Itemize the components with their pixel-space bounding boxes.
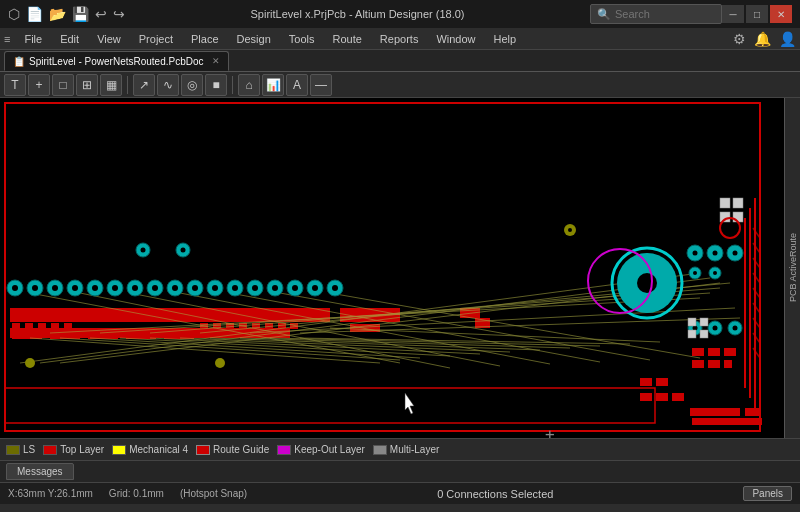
tool-text[interactable]: T: [4, 74, 26, 96]
window-controls[interactable]: ─ □ ✕: [722, 5, 792, 23]
svg-point-80: [192, 285, 198, 291]
pcb-main-area[interactable]: + PCB ActiveRoute: [0, 98, 800, 438]
connections-display: 0 Connections Selected: [437, 488, 553, 500]
svg-point-84: [272, 285, 278, 291]
layer-route-guide[interactable]: Route Guide: [196, 444, 269, 455]
top-label: Top Layer: [60, 444, 104, 455]
save-icon[interactable]: 💾: [72, 6, 89, 22]
layer-multi[interactable]: Multi-Layer: [373, 444, 439, 455]
search-input[interactable]: [615, 8, 715, 20]
user-icon[interactable]: 👤: [779, 31, 796, 47]
menu-help[interactable]: Help: [486, 31, 525, 47]
svg-rect-113: [700, 318, 708, 326]
new-icon[interactable]: 📄: [26, 6, 43, 22]
multi-label: Multi-Layer: [390, 444, 439, 455]
redo-icon[interactable]: ↪: [113, 6, 125, 22]
menu-tools[interactable]: Tools: [281, 31, 323, 47]
menu-reports[interactable]: Reports: [372, 31, 427, 47]
menu-place[interactable]: Place: [183, 31, 227, 47]
menu-route[interactable]: Route: [325, 31, 370, 47]
svg-point-85: [292, 285, 298, 291]
svg-rect-115: [700, 330, 708, 338]
menu-design[interactable]: Design: [229, 31, 279, 47]
maximize-button[interactable]: □: [746, 5, 768, 23]
hotspot-display: (Hotspot Snap): [180, 488, 247, 499]
svg-rect-14: [12, 333, 42, 339]
undo-icon[interactable]: ↩: [95, 6, 107, 22]
tool-route[interactable]: ↗: [133, 74, 155, 96]
svg-rect-120: [708, 360, 720, 368]
tool-arc[interactable]: ∿: [157, 74, 179, 96]
svg-rect-3: [10, 308, 330, 322]
menu-file[interactable]: File: [16, 31, 50, 47]
svg-point-73: [52, 285, 58, 291]
svg-rect-114: [688, 330, 696, 338]
tool-component[interactable]: ⌂: [238, 74, 260, 96]
svg-point-110: [713, 326, 718, 331]
svg-rect-116: [692, 348, 704, 356]
svg-point-108: [713, 271, 717, 275]
layer-mech4[interactable]: Mechanical 4: [112, 444, 188, 455]
menu-view[interactable]: View: [89, 31, 129, 47]
svg-point-86: [312, 285, 318, 291]
search-bar[interactable]: 🔍: [590, 4, 722, 24]
menu-edit[interactable]: Edit: [52, 31, 87, 47]
layer-top[interactable]: Top Layer: [43, 444, 104, 455]
svg-rect-146: [720, 198, 730, 208]
tool-via[interactable]: ◎: [181, 74, 203, 96]
coordinates-display: X:63mm Y:26.1mm: [8, 488, 93, 499]
toolbar-separator-2: [232, 76, 233, 94]
svg-point-111: [733, 326, 738, 331]
tool-rect[interactable]: □: [52, 74, 74, 96]
svg-point-130: [215, 358, 225, 368]
layer-ls[interactable]: LS: [6, 444, 35, 455]
menu-project[interactable]: Project: [131, 31, 181, 47]
close-button[interactable]: ✕: [770, 5, 792, 23]
status-info: X:63mm Y:26.1mm Grid: 0.1mm (Hotspot Sna…: [8, 488, 247, 499]
svg-rect-128: [745, 408, 760, 416]
tool-line[interactable]: —: [310, 74, 332, 96]
layer-keep-out[interactable]: Keep-Out Layer: [277, 444, 365, 455]
app-icons: ⬡ 📄 📂 💾 ↩ ↪: [8, 6, 125, 22]
svg-point-91: [181, 248, 186, 253]
ls-label: LS: [23, 444, 35, 455]
svg-rect-125: [656, 393, 668, 401]
secondary-toolbar: T + □ ⊞ ▦ ↗ ∿ ◎ ■ ⌂ 📊 A —: [0, 72, 800, 98]
layer-bar: LS Top Layer Mechanical 4 Route Guide Ke…: [0, 438, 800, 460]
menu-bar: ≡ File Edit View Project Place Design To…: [0, 28, 800, 50]
tool-pad[interactable]: ■: [205, 74, 227, 96]
window-title: SpiritLevel x.PrjPcb - Altium Designer (…: [125, 8, 590, 20]
tool-chart[interactable]: 📊: [262, 74, 284, 96]
svg-rect-112: [688, 318, 696, 326]
svg-rect-13: [64, 323, 72, 329]
svg-point-75: [92, 285, 98, 291]
pcb-tab[interactable]: 📋 SpiritLevel - PowerNetsRouted.PcbDoc ✕: [4, 51, 229, 71]
active-route-label: PCB ActiveRoute: [788, 233, 798, 302]
tool-add[interactable]: +: [28, 74, 50, 96]
menu-window[interactable]: Window: [428, 31, 483, 47]
tab-bar: 📋 SpiritLevel - PowerNetsRouted.PcbDoc ✕: [0, 50, 800, 72]
tab-close-icon[interactable]: ✕: [212, 56, 220, 66]
open-icon[interactable]: 📂: [49, 6, 66, 22]
settings-icon[interactable]: ⚙: [733, 31, 746, 47]
route-guide-swatch: [196, 445, 210, 455]
svg-rect-126: [672, 393, 684, 401]
pcb-canvas[interactable]: +: [0, 98, 784, 438]
svg-rect-123: [656, 378, 668, 386]
sidebar-toggle-icon[interactable]: ≡: [4, 33, 10, 45]
svg-point-74: [72, 285, 78, 291]
notifications-icon[interactable]: 🔔: [754, 31, 771, 47]
svg-text:+: +: [545, 425, 555, 438]
toolbar-separator-1: [127, 76, 128, 94]
messages-tab[interactable]: Messages: [6, 463, 74, 480]
tool-fill[interactable]: ▦: [100, 74, 122, 96]
tool-label[interactable]: A: [286, 74, 308, 96]
minimize-button[interactable]: ─: [722, 5, 744, 23]
svg-rect-9: [12, 323, 20, 329]
svg-point-71: [12, 285, 18, 291]
right-sidebar[interactable]: PCB ActiveRoute: [784, 98, 800, 438]
toolbar-right: ⚙ 🔔 👤: [733, 31, 796, 47]
svg-rect-117: [708, 348, 720, 356]
panels-button[interactable]: Panels: [743, 486, 792, 501]
tool-grid[interactable]: ⊞: [76, 74, 98, 96]
